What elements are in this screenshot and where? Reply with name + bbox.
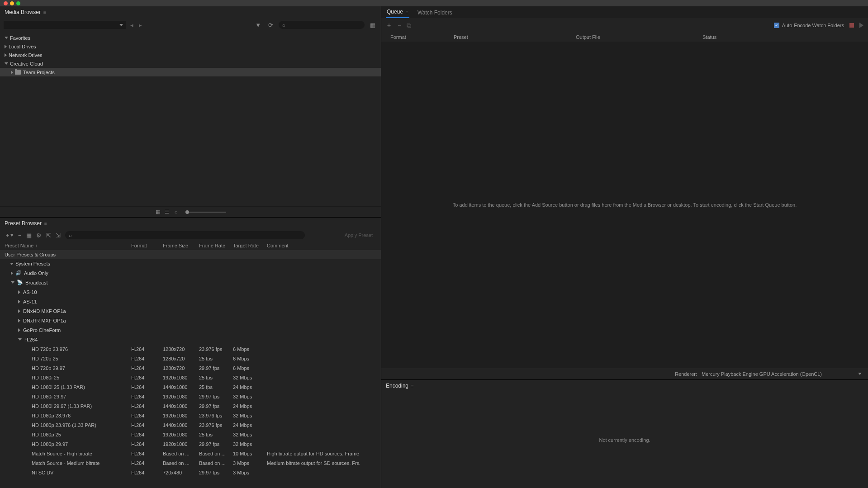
preset-row[interactable]: HD 720p 23.976H.2641280x72023.976 fps6 M… (0, 344, 381, 354)
preset-row[interactable]: Match Source - High bitrateH.264Based on… (0, 449, 381, 458)
broadcast-icon: 📡 (17, 280, 23, 285)
apply-preset-button[interactable]: Apply Preset (341, 232, 376, 239)
expand-arrow-icon[interactable] (18, 300, 20, 303)
tree-team-projects[interactable]: Team Projects (0, 68, 381, 76)
expand-arrow-icon[interactable] (18, 338, 22, 341)
media-search-input[interactable]: ⌕ (279, 21, 365, 29)
tab-queue[interactable]: Queue≡ (386, 6, 409, 18)
qcol-preset: Preset (454, 34, 576, 40)
expand-arrow-icon[interactable] (10, 263, 14, 265)
subcategory-as10[interactable]: AS-10 (0, 287, 381, 297)
preset-row[interactable]: HD 1080p 25H.2641920x108025 fps32 Mbps (0, 430, 381, 439)
nav-back-button[interactable]: ◂ (129, 22, 134, 28)
col-comment[interactable]: Comment (267, 243, 381, 248)
preset-rate: Based on ... (199, 451, 233, 456)
expand-arrow-icon[interactable] (11, 281, 14, 284)
preset-row[interactable]: HD 1080i 29.97 (1.33 PAR)H.2641440x10802… (0, 401, 381, 411)
panel-menu-icon[interactable]: ≡ (44, 221, 47, 226)
add-source-button[interactable]: ＋ (386, 21, 392, 29)
duplicate-button[interactable]: ⧉ (407, 22, 411, 29)
preset-row[interactable]: Match Source - Medium bitrateH.264Based … (0, 458, 381, 468)
tree-local-drives[interactable]: Local Drives (0, 42, 381, 51)
path-dropdown[interactable] (4, 21, 126, 29)
preset-target: 32 Mbps (233, 413, 267, 418)
ingest-icon[interactable]: ▦ (368, 22, 377, 28)
preset-name: Match Source - Medium bitrate (32, 460, 131, 466)
preset-row[interactable]: HD 1080p 23.976 (1.33 PAR)H.2641440x1080… (0, 420, 381, 430)
preset-row[interactable]: HD 720p 25H.2641280x72025 fps6 Mbps (0, 354, 381, 363)
col-frame-rate[interactable]: Frame Rate (199, 243, 233, 248)
preset-search-input[interactable]: ⌕ (65, 231, 305, 239)
renderer-bar: Renderer: Mercury Playback Engine GPU Ac… (381, 368, 868, 379)
expand-arrow-icon[interactable] (5, 37, 8, 39)
col-format[interactable]: Format (131, 243, 163, 248)
expand-arrow-icon[interactable] (18, 309, 20, 313)
expand-arrow-icon[interactable] (5, 62, 8, 65)
new-preset-button[interactable]: ＋▾ (5, 231, 14, 239)
refresh-icon[interactable]: ⟳ (266, 22, 275, 28)
tree-creative-cloud[interactable]: Creative Cloud (0, 59, 381, 68)
preset-row[interactable]: HD 1080p 29.97H.2641920x108029.97 fps32 … (0, 439, 381, 449)
export-preset-button[interactable]: ⇲ (56, 232, 61, 239)
subcategory-as11[interactable]: AS-11 (0, 297, 381, 306)
start-queue-button[interactable] (859, 23, 863, 28)
preset-name: HD 720p 29.97 (32, 365, 131, 371)
panel-menu-icon[interactable]: ≡ (43, 10, 46, 15)
import-preset-button[interactable]: ⇱ (46, 232, 51, 239)
preset-row[interactable]: HD 1080i 25 (1.33 PAR)H.2641440x108025 f… (0, 382, 381, 392)
delete-preset-button[interactable]: − (18, 232, 22, 239)
zoom-thumb[interactable] (185, 210, 189, 214)
expand-arrow-icon[interactable] (18, 328, 20, 332)
expand-arrow-icon[interactable] (5, 45, 7, 48)
preset-settings-button[interactable]: ⚙ (36, 232, 42, 239)
maximize-window-button[interactable] (16, 1, 20, 5)
close-window-button[interactable] (4, 1, 8, 5)
group-user-presets[interactable]: User Presets & Groups (0, 250, 381, 259)
preset-name: HD 1080p 25 (32, 432, 131, 437)
expand-arrow-icon[interactable] (11, 71, 13, 74)
zoom-out-icon[interactable]: ○ (173, 209, 179, 215)
filter-icon[interactable]: ▼ (253, 22, 263, 28)
renderer-dropdown[interactable]: Mercury Playback Engine GPU Acceleration… (702, 371, 862, 377)
category-audio-only[interactable]: 🔊Audio Only (0, 268, 381, 278)
folder-icon (15, 70, 21, 75)
minimize-window-button[interactable] (10, 1, 14, 5)
auto-encode-checkbox[interactable]: ✓ Auto-Encode Watch Folders (774, 23, 844, 28)
subcategory-dnxhr[interactable]: DNxHR MXF OP1a (0, 316, 381, 325)
col-preset-name[interactable]: Preset Name↑ (5, 243, 131, 248)
expand-arrow-icon[interactable] (5, 53, 7, 57)
group-system-presets[interactable]: System Presets (0, 259, 381, 268)
tree-network-drives[interactable]: Network Drives (0, 51, 381, 59)
preset-row[interactable]: NTSC DVH.264720x48029.97 fps3 Mbps (0, 468, 381, 477)
preset-row[interactable]: HD 1080i 29.97H.2641920x108029.97 fps32 … (0, 392, 381, 401)
list-view-button[interactable]: ☰ (164, 209, 170, 215)
preset-rate: 25 fps (199, 384, 233, 390)
col-target-rate[interactable]: Target Rate (233, 243, 267, 248)
preset-row[interactable]: HD 720p 29.97H.2641280x72029.97 fps6 Mbp… (0, 363, 381, 373)
preset-rate: 25 fps (199, 432, 233, 437)
preset-format: H.264 (131, 356, 163, 361)
nav-forward-button[interactable]: ▸ (138, 22, 143, 28)
tree-favorites[interactable]: Favorites (0, 33, 381, 42)
expand-arrow-icon[interactable] (11, 271, 13, 275)
col-frame-size[interactable]: Frame Size (163, 243, 199, 248)
queue-drop-area[interactable]: To add items to the queue, click the Add… (381, 42, 868, 368)
tab-watch-folders[interactable]: Watch Folders (417, 7, 453, 18)
subcategory-dnxhd[interactable]: DNxHD MXF OP1a (0, 306, 381, 316)
subcategory-gopro[interactable]: GoPro CineForm (0, 325, 381, 335)
stop-queue-button[interactable] (849, 23, 854, 28)
preset-format: H.264 (131, 432, 163, 437)
expand-arrow-icon[interactable] (18, 319, 20, 322)
subcategory-h264[interactable]: H.264 (0, 335, 381, 344)
preset-row[interactable]: HD 1080p 23.976H.2641920x108023.976 fps3… (0, 411, 381, 420)
remove-button[interactable]: − (398, 22, 401, 29)
panel-menu-icon[interactable]: ≡ (411, 384, 414, 389)
panel-menu-icon[interactable]: ≡ (406, 9, 408, 14)
zoom-slider[interactable] (185, 212, 226, 213)
preset-size: 1280x720 (163, 356, 199, 361)
expand-arrow-icon[interactable] (18, 290, 20, 294)
preset-row[interactable]: HD 1080i 25H.2641920x108025 fps32 Mbps (0, 373, 381, 382)
category-broadcast[interactable]: 📡Broadcast (0, 278, 381, 287)
thumbnail-view-button[interactable]: ▦ (155, 209, 161, 215)
preset-group-button[interactable]: ▦ (26, 232, 32, 239)
